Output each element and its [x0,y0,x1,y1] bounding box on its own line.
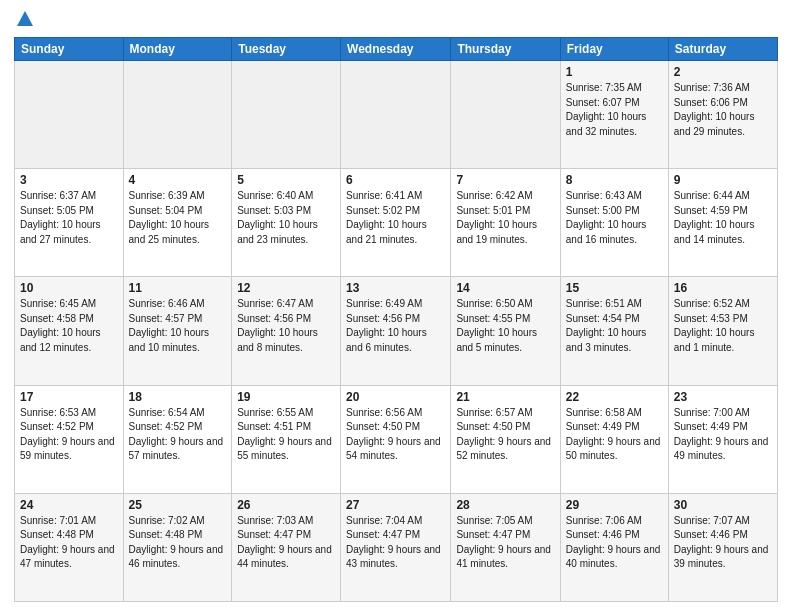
day-number: 11 [129,281,227,295]
page: SundayMondayTuesdayWednesdayThursdayFrid… [0,0,792,612]
day-number: 1 [566,65,663,79]
day-number: 25 [129,498,227,512]
calendar-cell: 30Sunrise: 7:07 AM Sunset: 4:46 PM Dayli… [668,493,777,601]
day-info: Sunrise: 7:03 AM Sunset: 4:47 PM Dayligh… [237,514,335,572]
calendar-cell: 6Sunrise: 6:41 AM Sunset: 5:02 PM Daylig… [341,169,451,277]
day-number: 8 [566,173,663,187]
day-of-week-header: Sunday [15,38,124,61]
calendar-cell: 22Sunrise: 6:58 AM Sunset: 4:49 PM Dayli… [560,385,668,493]
day-number: 7 [456,173,554,187]
calendar-cell: 17Sunrise: 6:53 AM Sunset: 4:52 PM Dayli… [15,385,124,493]
day-number: 2 [674,65,772,79]
calendar-cell [341,61,451,169]
calendar-cell: 3Sunrise: 6:37 AM Sunset: 5:05 PM Daylig… [15,169,124,277]
day-number: 21 [456,390,554,404]
day-number: 22 [566,390,663,404]
day-number: 16 [674,281,772,295]
calendar-cell: 26Sunrise: 7:03 AM Sunset: 4:47 PM Dayli… [232,493,341,601]
day-number: 10 [20,281,118,295]
day-number: 30 [674,498,772,512]
calendar-cell: 19Sunrise: 6:55 AM Sunset: 4:51 PM Dayli… [232,385,341,493]
calendar-week-row: 1Sunrise: 7:35 AM Sunset: 6:07 PM Daylig… [15,61,778,169]
day-info: Sunrise: 6:37 AM Sunset: 5:05 PM Dayligh… [20,189,118,247]
day-number: 19 [237,390,335,404]
calendar-cell: 12Sunrise: 6:47 AM Sunset: 4:56 PM Dayli… [232,277,341,385]
day-info: Sunrise: 7:05 AM Sunset: 4:47 PM Dayligh… [456,514,554,572]
day-info: Sunrise: 7:36 AM Sunset: 6:06 PM Dayligh… [674,81,772,139]
day-number: 3 [20,173,118,187]
calendar-cell: 2Sunrise: 7:36 AM Sunset: 6:06 PM Daylig… [668,61,777,169]
calendar-week-row: 3Sunrise: 6:37 AM Sunset: 5:05 PM Daylig… [15,169,778,277]
day-number: 20 [346,390,445,404]
calendar-week-row: 24Sunrise: 7:01 AM Sunset: 4:48 PM Dayli… [15,493,778,601]
day-number: 5 [237,173,335,187]
day-info: Sunrise: 7:06 AM Sunset: 4:46 PM Dayligh… [566,514,663,572]
day-info: Sunrise: 7:00 AM Sunset: 4:49 PM Dayligh… [674,406,772,464]
day-info: Sunrise: 6:40 AM Sunset: 5:03 PM Dayligh… [237,189,335,247]
day-number: 4 [129,173,227,187]
day-info: Sunrise: 6:50 AM Sunset: 4:55 PM Dayligh… [456,297,554,355]
day-info: Sunrise: 6:56 AM Sunset: 4:50 PM Dayligh… [346,406,445,464]
calendar-cell: 27Sunrise: 7:04 AM Sunset: 4:47 PM Dayli… [341,493,451,601]
logo [14,10,34,31]
calendar-header-row: SundayMondayTuesdayWednesdayThursdayFrid… [15,38,778,61]
day-info: Sunrise: 6:39 AM Sunset: 5:04 PM Dayligh… [129,189,227,247]
day-number: 23 [674,390,772,404]
calendar-cell: 4Sunrise: 6:39 AM Sunset: 5:04 PM Daylig… [123,169,232,277]
calendar-cell: 10Sunrise: 6:45 AM Sunset: 4:58 PM Dayli… [15,277,124,385]
day-info: Sunrise: 6:57 AM Sunset: 4:50 PM Dayligh… [456,406,554,464]
day-number: 18 [129,390,227,404]
calendar-cell: 21Sunrise: 6:57 AM Sunset: 4:50 PM Dayli… [451,385,560,493]
day-number: 24 [20,498,118,512]
calendar-cell: 20Sunrise: 6:56 AM Sunset: 4:50 PM Dayli… [341,385,451,493]
calendar-cell: 16Sunrise: 6:52 AM Sunset: 4:53 PM Dayli… [668,277,777,385]
calendar-table: SundayMondayTuesdayWednesdayThursdayFrid… [14,37,778,602]
calendar-cell: 14Sunrise: 6:50 AM Sunset: 4:55 PM Dayli… [451,277,560,385]
calendar-cell: 23Sunrise: 7:00 AM Sunset: 4:49 PM Dayli… [668,385,777,493]
calendar-cell: 28Sunrise: 7:05 AM Sunset: 4:47 PM Dayli… [451,493,560,601]
calendar-cell: 25Sunrise: 7:02 AM Sunset: 4:48 PM Dayli… [123,493,232,601]
calendar-cell: 1Sunrise: 7:35 AM Sunset: 6:07 PM Daylig… [560,61,668,169]
day-number: 6 [346,173,445,187]
day-number: 12 [237,281,335,295]
day-info: Sunrise: 6:43 AM Sunset: 5:00 PM Dayligh… [566,189,663,247]
day-info: Sunrise: 7:35 AM Sunset: 6:07 PM Dayligh… [566,81,663,139]
day-info: Sunrise: 7:02 AM Sunset: 4:48 PM Dayligh… [129,514,227,572]
calendar-cell: 8Sunrise: 6:43 AM Sunset: 5:00 PM Daylig… [560,169,668,277]
day-number: 17 [20,390,118,404]
calendar-cell: 29Sunrise: 7:06 AM Sunset: 4:46 PM Dayli… [560,493,668,601]
day-info: Sunrise: 7:04 AM Sunset: 4:47 PM Dayligh… [346,514,445,572]
day-info: Sunrise: 6:49 AM Sunset: 4:56 PM Dayligh… [346,297,445,355]
day-number: 13 [346,281,445,295]
calendar-week-row: 17Sunrise: 6:53 AM Sunset: 4:52 PM Dayli… [15,385,778,493]
day-info: Sunrise: 6:41 AM Sunset: 5:02 PM Dayligh… [346,189,445,247]
calendar-cell [15,61,124,169]
day-of-week-header: Monday [123,38,232,61]
day-info: Sunrise: 6:55 AM Sunset: 4:51 PM Dayligh… [237,406,335,464]
day-info: Sunrise: 6:53 AM Sunset: 4:52 PM Dayligh… [20,406,118,464]
logo-triangle-icon [16,10,34,31]
day-of-week-header: Wednesday [341,38,451,61]
day-number: 28 [456,498,554,512]
calendar-cell: 15Sunrise: 6:51 AM Sunset: 4:54 PM Dayli… [560,277,668,385]
day-info: Sunrise: 6:42 AM Sunset: 5:01 PM Dayligh… [456,189,554,247]
day-info: Sunrise: 6:54 AM Sunset: 4:52 PM Dayligh… [129,406,227,464]
day-number: 26 [237,498,335,512]
calendar-cell [451,61,560,169]
day-info: Sunrise: 7:01 AM Sunset: 4:48 PM Dayligh… [20,514,118,572]
day-number: 9 [674,173,772,187]
day-number: 27 [346,498,445,512]
day-info: Sunrise: 6:51 AM Sunset: 4:54 PM Dayligh… [566,297,663,355]
day-info: Sunrise: 6:45 AM Sunset: 4:58 PM Dayligh… [20,297,118,355]
calendar-cell: 11Sunrise: 6:46 AM Sunset: 4:57 PM Dayli… [123,277,232,385]
calendar-cell: 5Sunrise: 6:40 AM Sunset: 5:03 PM Daylig… [232,169,341,277]
calendar-cell: 7Sunrise: 6:42 AM Sunset: 5:01 PM Daylig… [451,169,560,277]
day-of-week-header: Thursday [451,38,560,61]
day-info: Sunrise: 6:44 AM Sunset: 4:59 PM Dayligh… [674,189,772,247]
day-info: Sunrise: 6:52 AM Sunset: 4:53 PM Dayligh… [674,297,772,355]
calendar-cell [123,61,232,169]
calendar-cell: 13Sunrise: 6:49 AM Sunset: 4:56 PM Dayli… [341,277,451,385]
day-of-week-header: Tuesday [232,38,341,61]
calendar-cell [232,61,341,169]
calendar-week-row: 10Sunrise: 6:45 AM Sunset: 4:58 PM Dayli… [15,277,778,385]
